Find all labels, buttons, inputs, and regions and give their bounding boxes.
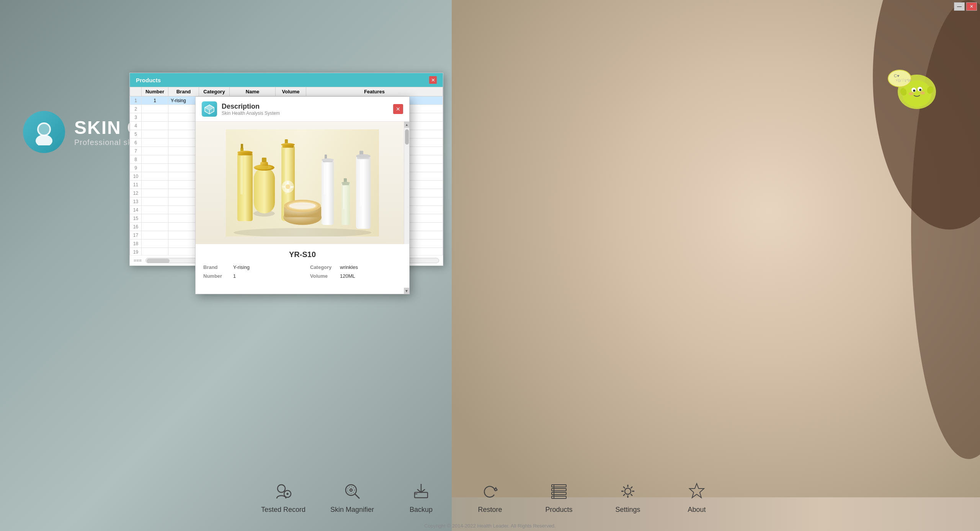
tested-record-label: Tested Record: [261, 506, 305, 514]
row-num: 13: [130, 197, 142, 206]
product-name: YR-S10: [203, 250, 402, 259]
svg-rect-72: [415, 492, 428, 498]
desc-icon: [202, 101, 217, 117]
row-num: 18: [130, 239, 142, 248]
cell-number: [142, 248, 168, 256]
cell-brand: Y-rising: [168, 96, 199, 105]
svg-text:C♥: C♥: [894, 73, 899, 78]
backup-icon: [410, 480, 433, 503]
svg-point-51: [322, 158, 334, 161]
products-icon: [547, 480, 570, 503]
nav-item-restore[interactable]: Restore: [456, 476, 524, 518]
description-titlebar: Description Skin Health Analysis System …: [196, 97, 409, 122]
row-num: 17: [130, 231, 142, 239]
cell-brand: [168, 105, 199, 113]
cell-number: [142, 231, 168, 239]
svg-point-12: [909, 92, 913, 95]
cell-brand: [168, 239, 199, 248]
bottom-nav: Tested Record Skin Magnifier Backup: [0, 474, 980, 520]
svg-rect-23: [237, 152, 253, 221]
volume-field: Volume 120ML: [310, 273, 402, 279]
cosmetics-image: [226, 129, 379, 236]
cell-number: [142, 122, 168, 130]
description-close-button[interactable]: ✕: [393, 104, 403, 114]
svg-point-41: [286, 184, 290, 189]
cell-brand: [168, 113, 199, 122]
svg-point-61: [356, 154, 371, 158]
col-number-header: Number: [142, 87, 168, 96]
nav-item-settings[interactable]: Settings: [593, 476, 662, 518]
cell-brand: [168, 197, 199, 206]
cell-brand: [168, 172, 199, 181]
svg-rect-30: [254, 168, 275, 213]
svg-point-64: [278, 485, 285, 492]
cube-icon: [204, 104, 215, 114]
number-label: Number: [203, 273, 230, 279]
scroll-down-arrow[interactable]: ▼: [404, 288, 409, 294]
svg-point-10: [913, 90, 915, 92]
svg-rect-62: [360, 160, 362, 206]
cell-number: [142, 130, 168, 138]
cell-brand: [168, 231, 199, 239]
tested-record-icon: [272, 480, 295, 503]
scroll-thumb[interactable]: [405, 129, 409, 145]
cell-brand: [168, 223, 199, 231]
products-title: Products: [136, 77, 161, 83]
scroll-up-arrow[interactable]: ▲: [404, 122, 410, 128]
svg-point-56: [341, 182, 350, 184]
svg-point-27: [237, 151, 253, 154]
product-image-area: ▲: [196, 122, 409, 244]
nav-item-backup[interactable]: Backup: [387, 476, 456, 518]
nav-item-skin-magnifier[interactable]: Skin Magnifier: [318, 476, 387, 518]
cell-brand: [168, 164, 199, 172]
svg-point-11: [919, 89, 921, 91]
product-fields: Brand Y-rising Category wrinkles Number …: [203, 264, 402, 279]
svg-point-79: [625, 488, 631, 494]
skin-magnifier-label: Skin Magnifier: [330, 506, 374, 514]
cell-brand: [168, 214, 199, 223]
nav-item-tested-record[interactable]: Tested Record: [249, 476, 318, 518]
product-info: YR-S10 Brand Y-rising Category wrinkles …: [196, 244, 409, 294]
desc-subtitle: Skin Health Analysis System: [222, 111, 280, 116]
minimize-button[interactable]: —: [954, 2, 965, 11]
col-volume-header: Volume: [276, 87, 306, 96]
close-window-button[interactable]: ✕: [966, 2, 977, 11]
cell-number: [142, 105, 168, 113]
cell-number: [142, 223, 168, 231]
svg-rect-33: [262, 158, 266, 162]
svg-rect-57: [343, 186, 345, 209]
svg-point-5: [39, 124, 49, 135]
image-scrollbar: ▲: [404, 122, 409, 244]
svg-point-38: [281, 143, 295, 146]
nav-item-about[interactable]: About: [662, 476, 731, 518]
description-body: ▲ YR-S10 Brand Y-rising Category wrinkle…: [196, 122, 409, 294]
skin-magnifier-icon: [341, 480, 364, 503]
col-features-header: Features: [306, 87, 443, 96]
category-label: Category: [310, 264, 337, 270]
number-field: Number 1: [203, 273, 295, 279]
cell-brand: [168, 206, 199, 214]
cartoon-character: C♥ ヾ(≧▽≦*)o: [886, 67, 936, 113]
products-close-button[interactable]: ✕: [429, 76, 437, 84]
cell-number: [142, 181, 168, 189]
row-num: 12: [130, 189, 142, 197]
cell-number: [142, 214, 168, 223]
about-icon: [685, 480, 708, 503]
logo-icon: [23, 111, 65, 153]
svg-point-34: [256, 166, 272, 169]
cell-brand: [168, 138, 199, 147]
svg-rect-47: [291, 204, 314, 206]
col-category-header: Category: [199, 87, 230, 96]
svg-point-4: [36, 135, 52, 145]
backup-label: Backup: [410, 506, 433, 514]
cell-brand: [168, 181, 199, 189]
col-brand-header: Brand: [168, 87, 199, 96]
cell-brand: [168, 122, 199, 130]
row-num: 14: [130, 206, 142, 214]
cell-number: [142, 155, 168, 164]
row-num: 1: [130, 96, 142, 105]
row-num: 10: [130, 172, 142, 181]
products-label: Products: [545, 506, 572, 514]
nav-item-products[interactable]: Products: [524, 476, 593, 518]
settings-icon: [616, 480, 639, 503]
